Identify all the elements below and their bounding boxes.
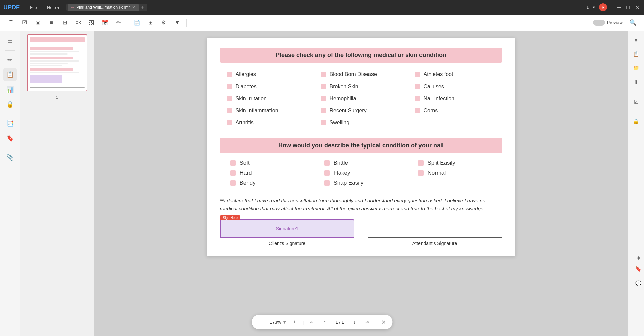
nail-column-2: Brittle Flakey Snap Easily	[314, 160, 408, 186]
client-signature-box: Sign Here Signature1 Client's Signature	[220, 219, 354, 246]
tab-close-button[interactable]: ✕	[132, 5, 135, 10]
sidebar-icon-bookmark[interactable]: 🔖	[3, 131, 17, 145]
checkbox-flakey[interactable]	[324, 170, 330, 176]
zoom-dropdown-arrow[interactable]: ▼	[282, 320, 287, 325]
sidebar-icon-menu[interactable]: ☰	[3, 34, 17, 48]
sidebar-icon-forms[interactable]: 📊	[3, 83, 17, 96]
label-hemophilia: Hemophilia	[330, 96, 356, 102]
condition-athletes-foot: Athletes foot	[415, 69, 495, 79]
checkbox-skin-inflammation[interactable]	[227, 108, 232, 113]
medical-column-1: Allergies Diabetes Skin Irritation Skin …	[220, 69, 314, 128]
checkbox-allergies[interactable]	[227, 72, 232, 77]
edit-tool-button[interactable]: ✏	[113, 17, 124, 29]
client-signature-label: Client's Signature	[269, 241, 305, 246]
menu-help[interactable]: Help ●	[44, 4, 63, 11]
right-icon-bookmark2[interactable]: 🔖	[633, 263, 644, 275]
checkbox-broken-skin[interactable]	[321, 84, 326, 89]
checkbox-bendy[interactable]	[230, 180, 236, 186]
page-arrow[interactable]: ▼	[592, 5, 596, 9]
text-tool-button[interactable]: T	[5, 17, 17, 29]
page-thumbnail[interactable]	[27, 34, 87, 91]
nail-flakey: Flakey	[324, 170, 398, 176]
sidebar-separator-3	[5, 148, 15, 148]
checkbox-split-easily[interactable]	[418, 160, 424, 166]
doc-tool-button[interactable]: 📄	[131, 17, 143, 29]
right-icon-5[interactable]: ☑	[631, 96, 642, 108]
preview-switch[interactable]	[593, 20, 605, 26]
label-skin-irritation: Skin Irritation	[236, 96, 267, 102]
avatar[interactable]: R	[599, 3, 607, 11]
checkbox-nail-infection[interactable]	[415, 96, 420, 101]
right-icon-chat[interactable]: 💬	[633, 278, 644, 289]
main-area: ☰ ✏ 📋 📊 🔒 📑 🔖 📎	[0, 31, 644, 336]
list-tool-button[interactable]: ≡	[46, 17, 57, 29]
maximize-button[interactable]: □	[625, 4, 631, 11]
menu-file[interactable]: File	[27, 4, 40, 11]
checkbox-arthritis[interactable]	[227, 120, 232, 125]
zoom-out-button[interactable]: −	[257, 317, 266, 327]
checkbox-hemophilia[interactable]	[321, 96, 326, 101]
sidebar-icon-pages[interactable]: 📋	[3, 68, 17, 81]
tab-bar: ✏ Pink and Whit...rmation Form* ✕ +	[66, 4, 147, 11]
add-tab-button[interactable]: +	[139, 4, 146, 10]
nail-conditions-grid: Soft Hard Bendy Brittle	[220, 160, 502, 186]
ok-tool-button[interactable]: OK	[72, 17, 84, 29]
right-icon-2[interactable]: 📋	[631, 48, 642, 60]
checkbox-soft[interactable]	[230, 160, 236, 166]
sidebar-icon-security[interactable]: 🔒	[3, 98, 17, 111]
checkbox-snap-easily[interactable]	[324, 180, 330, 186]
go-to-first-button[interactable]: ⇤	[307, 317, 316, 327]
close-button[interactable]: ✕	[634, 4, 641, 11]
go-to-last-button[interactable]: ⇥	[363, 317, 372, 327]
go-to-prev-button[interactable]: ↑	[320, 317, 329, 327]
checkbox-hard[interactable]	[230, 170, 236, 176]
right-icon-3[interactable]: 📁	[631, 62, 642, 74]
signature1-label: Signature1	[276, 226, 299, 231]
attendant-signature-box: Attendant's Signature	[368, 219, 502, 246]
checkbox-calluses[interactable]	[415, 84, 420, 89]
signature-area: Sign Here Signature1 Client's Signature …	[220, 219, 502, 246]
checkbox-swelling[interactable]	[321, 120, 326, 125]
sidebar-icon-attachments[interactable]: 📎	[3, 151, 17, 164]
go-to-next-button[interactable]: ↓	[350, 317, 359, 327]
checkbox-tool-button[interactable]: ☑	[19, 17, 30, 29]
label-flakey: Flakey	[334, 170, 350, 176]
checkbox-corns[interactable]	[415, 108, 420, 113]
label-skin-inflammation: Skin Inflammation	[236, 108, 278, 114]
checkbox-normal[interactable]	[418, 170, 424, 176]
right-icon-4[interactable]: ⬆	[631, 76, 642, 88]
attendant-signature-label: Attendant's Signature	[412, 241, 457, 246]
settings-tool-button[interactable]: ⚙	[158, 17, 169, 29]
checkbox-skin-irritation[interactable]	[227, 96, 232, 101]
label-snap-easily: Snap Easily	[334, 180, 364, 186]
right-icon-6[interactable]: 🔒	[631, 116, 642, 127]
sidebar-icon-edit[interactable]: ✏	[3, 53, 17, 67]
dropdown-tool-button[interactable]: ▼	[171, 17, 183, 29]
label-arthritis: Arthritis	[236, 120, 254, 126]
layout-tool-button[interactable]: ⊞	[145, 17, 156, 29]
checkbox-athletes-foot[interactable]	[415, 72, 420, 77]
condition-swelling: Swelling	[321, 118, 401, 128]
toolbar: T ☑ ◉ ≡ ⊞ OK 🖼 📅 ✏ 📄 ⊞ ⚙ ▼ Preview 🔍	[0, 15, 644, 31]
active-tab[interactable]: ✏ Pink and Whit...rmation Form* ✕	[68, 4, 139, 11]
grid-tool-button[interactable]: ⊞	[59, 17, 70, 29]
condition-corns: Corns	[415, 106, 495, 116]
zoom-in-button[interactable]: +	[290, 317, 299, 327]
checkbox-recent-surgery[interactable]	[321, 108, 326, 113]
date-tool-button[interactable]: 📅	[99, 17, 111, 29]
label-blood-born: Blood Born Disease	[330, 71, 377, 77]
signature1-field[interactable]: Signature1	[220, 219, 354, 238]
checkbox-blood-born[interactable]	[321, 72, 326, 77]
right-icon-1[interactable]: ≡	[631, 34, 642, 46]
label-hard: Hard	[240, 170, 252, 176]
checkbox-diabetes[interactable]	[227, 84, 232, 89]
close-zoom-button[interactable]: ✕	[380, 319, 387, 325]
image-tool-button[interactable]: 🖼	[86, 17, 97, 29]
search-button[interactable]: 🔍	[627, 17, 639, 29]
sidebar-icon-layers[interactable]: 📑	[3, 117, 17, 130]
checkbox-brittle[interactable]	[324, 160, 330, 166]
window-controls: ─ □ ✕	[616, 4, 641, 11]
right-icon-layers[interactable]: ◈	[633, 252, 644, 263]
radio-tool-button[interactable]: ◉	[32, 17, 44, 29]
minimize-button[interactable]: ─	[616, 4, 622, 11]
